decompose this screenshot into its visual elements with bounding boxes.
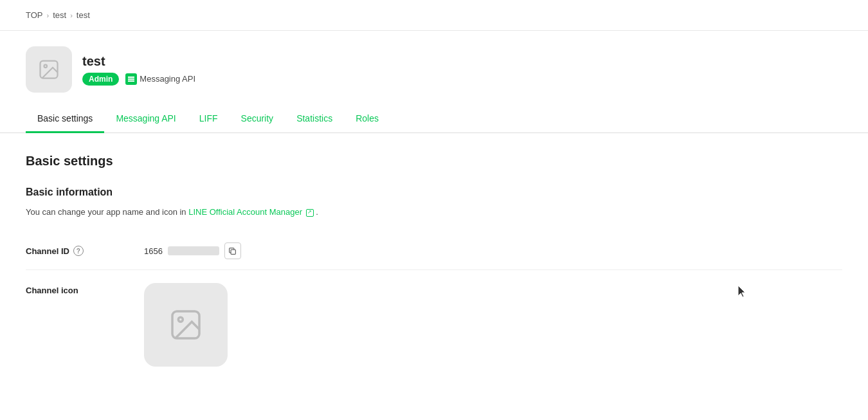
breadcrumb-sep-1: › [47, 12, 50, 19]
tab-liff[interactable]: LIFF [188, 105, 230, 133]
breadcrumb-test1[interactable]: test [53, 10, 66, 20]
messaging-api-icon [125, 73, 137, 85]
tabs-nav: Basic settings Messaging API LIFF Securi… [0, 105, 868, 133]
tab-statistics[interactable]: Statistics [285, 105, 344, 133]
channel-icon-section: Channel icon [26, 270, 842, 379]
channel-id-masked [168, 246, 219, 255]
svg-point-1 [44, 65, 48, 68]
channel-meta: Admin Messaging API [82, 73, 195, 86]
channel-info: test Admin Messaging API [82, 54, 195, 86]
channel-id-prefix: 1656 [144, 246, 163, 256]
channel-avatar [26, 46, 72, 93]
svg-point-4 [178, 317, 183, 322]
channel-icon-label: Channel icon [26, 283, 129, 295]
main-content: Basic settings Basic information You can… [0, 133, 868, 400]
info-text: You can change your app name and icon in… [26, 207, 842, 217]
channel-icon-preview [144, 283, 228, 367]
breadcrumb-test2: test [77, 10, 90, 20]
info-prefix: You can change your app name and icon in [26, 207, 188, 217]
external-link-icon [306, 209, 314, 217]
section-title: Basic settings [26, 154, 842, 169]
breadcrumb: TOP › test › test [0, 0, 868, 31]
channel-name: test [82, 54, 195, 69]
channel-id-copy-button[interactable] [224, 242, 241, 259]
breadcrumb-top[interactable]: TOP [26, 10, 43, 20]
svg-rect-2 [231, 250, 235, 254]
tab-roles[interactable]: Roles [344, 105, 390, 133]
api-badge: Messaging API [125, 73, 195, 85]
tab-security[interactable]: Security [230, 105, 285, 133]
channel-id-row: Channel ID ? 1656 [26, 232, 842, 270]
tab-basic-settings[interactable]: Basic settings [26, 105, 104, 133]
breadcrumb-sep-2: › [70, 12, 73, 19]
channel-header: test Admin Messaging API [0, 31, 868, 105]
line-official-account-manager-link[interactable]: LINE Official Account Manager [188, 207, 316, 217]
subsection-title: Basic information [26, 187, 842, 198]
channel-id-help-icon[interactable]: ? [73, 246, 84, 256]
channel-id-value: 1656 [144, 242, 241, 259]
info-suffix: . [316, 207, 318, 217]
channel-id-label: Channel ID ? [26, 246, 129, 256]
tab-messaging-api[interactable]: Messaging API [104, 105, 187, 133]
api-badge-label: Messaging API [140, 74, 195, 84]
admin-badge: Admin [82, 73, 119, 86]
